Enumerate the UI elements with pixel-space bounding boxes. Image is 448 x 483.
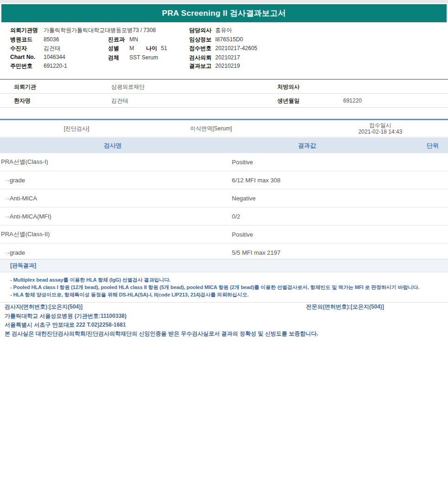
column-header-test-name: 검사명 xyxy=(104,142,122,150)
section-panel: 이식면역[Serum] xyxy=(190,125,232,132)
referrer-value: 삼광의료재단 xyxy=(111,83,145,90)
test-name: PRA선별(Class-II) xyxy=(1,230,50,238)
field-doctor: 담당의사 홍유아 xyxy=(189,26,232,34)
field-org: 의뢰기관명 가톨릭학원가톨릭대학교대병동모병73 / 7308 xyxy=(10,26,156,34)
interpretation-note: - Pooled HLA class I 항원 (12개 bead), pool… xyxy=(10,284,419,291)
field-report-date: 결과보고 20210219 xyxy=(189,62,240,70)
prescriber-label: 처방의사 xyxy=(277,83,300,90)
field-accession-no: 접수번호 20210217-42605 xyxy=(189,45,257,52)
field-department-label: 진료과 xyxy=(108,36,129,44)
field-clinical-info-label: 임상정보 xyxy=(189,36,215,44)
report-title-bar: PRA Screening II 검사결과보고서 xyxy=(1,4,447,22)
field-patient-label: 수진자 xyxy=(10,45,44,52)
receipt-datetime-value: 2021-02-18 14:43 xyxy=(358,129,403,135)
field-hospital-code-value: 85036 xyxy=(44,36,59,43)
examiner-license: 검사자(면허번호):[오은지(504)] xyxy=(5,303,83,311)
field-report-date-label: 결과보고 xyxy=(189,62,215,70)
column-header-unit: 단위 xyxy=(427,142,439,150)
test-result: 0/2 xyxy=(232,213,240,220)
test-name: ··grade xyxy=(6,249,25,256)
field-chart-no: Chart No. 1046344 xyxy=(10,54,65,60)
test-name: PRA선별(Class-I) xyxy=(1,158,48,166)
table-row: 환자명 김건태 생년월일 691220 xyxy=(0,94,448,108)
test-result: Positive xyxy=(232,231,253,238)
lab-report-page: PRA Screening II 검사결과보고서 의뢰기관명 가톨릭학원가톨릭대… xyxy=(0,0,448,483)
field-resident-no-value: 691220-1 xyxy=(44,63,67,69)
receipt-datetime-label: 접수일시 xyxy=(358,122,403,129)
field-doctor-value: 홍유아 xyxy=(215,26,232,34)
table-row: ··Anti-MICA(MFI) 0/2 xyxy=(0,207,448,225)
table-row: ··grade 6/12 MFI max 308 xyxy=(0,171,448,189)
field-request-date-value: 20210217 xyxy=(215,54,240,61)
field-doctor-label: 담당의사 xyxy=(189,26,215,34)
field-patient-value: 김건태 xyxy=(44,45,60,52)
test-result: Positive xyxy=(232,159,253,166)
field-department: 진료과 MN xyxy=(108,36,138,44)
interpretation-header-bar: [판독결과] xyxy=(0,259,448,272)
certification-statement: 본 검사실은 대한진단검사의학회/진단검사의학재단의 신임인증을 받은 우수검사… xyxy=(5,330,318,338)
field-accession-no-value: 20210217-42605 xyxy=(215,45,257,52)
results-header-row: 검사명 결과값 단위 xyxy=(0,138,448,153)
top-strip xyxy=(0,0,448,3)
institution-address: 서울특별시 서초구 반포대로 222 T.02)2258-1681 xyxy=(5,321,126,329)
field-hospital-code: 병원코드 85036 xyxy=(10,36,59,44)
interpretation-notes: - Multiplex bead assay를 이용한 HLA 항체 (IgG)… xyxy=(0,273,448,303)
field-sex-age: 성별 M 나이 51 xyxy=(108,45,167,52)
table-row: PRA선별(Class-I) Positive xyxy=(0,153,448,171)
specialist-license: 전문의(면허번호):[오은지(504)] xyxy=(306,303,384,311)
patient-name-value: 김건태 xyxy=(111,97,128,104)
test-name: ··grade xyxy=(6,177,25,184)
report-footer: 검사자(면허번호):[오은지(504)] 전문의(면허번호):[오은지(504)… xyxy=(0,303,448,340)
field-specimen: 검체 SST Serum xyxy=(108,54,158,62)
table-row: 의뢰기관 삼광의료재단 처방의사 xyxy=(0,80,448,94)
institution-name: 가톨릭대학교 서울성모병원 (기관번호:11100338) xyxy=(5,312,127,320)
field-org-value: 가톨릭학원가톨릭대학교대병동모병73 / 7308 xyxy=(44,26,156,34)
test-name: ··Anti-MICA(MFI) xyxy=(6,213,51,220)
page-title: PRA Screening II 검사결과보고서 xyxy=(162,8,286,19)
results-table: PRA선별(Class-I) Positive ··grade 6/12 MFI… xyxy=(0,153,448,262)
birthdate-value: 691220 xyxy=(343,97,362,104)
test-result: Negative xyxy=(232,195,256,202)
field-specimen-label: 검체 xyxy=(108,54,129,62)
field-request-date: 검사의뢰 20210217 xyxy=(189,54,240,62)
table-row: PRA선별(Class-II) Positive xyxy=(0,225,448,244)
field-report-date-value: 20210219 xyxy=(215,63,240,69)
field-hospital-code-label: 병원코드 xyxy=(10,36,44,44)
patient-name-label: 환자명 xyxy=(14,97,31,104)
receipt-datetime-block: 접수일시 2021-02-18 14:43 xyxy=(358,122,403,135)
field-chart-no-label: Chart No. xyxy=(10,54,44,60)
field-resident-no: 주민번호 691220-1 xyxy=(10,62,67,70)
field-department-value: MN xyxy=(129,36,138,43)
field-request-date-label: 검사의뢰 xyxy=(189,54,215,62)
section-band: [진단검사] 이식면역[Serum] 접수일시 2021-02-18 14:43 xyxy=(0,119,448,137)
interpretation-note: - Multiplex bead assay를 이용한 HLA 항체 (IgG)… xyxy=(10,277,171,283)
test-name: ··Anti-MICA xyxy=(6,195,37,202)
test-result: 5/5 MFI max 2197 xyxy=(232,249,281,256)
field-accession-no-label: 접수번호 xyxy=(189,45,215,52)
field-age-value: 51 xyxy=(161,45,167,52)
section-category: [진단검사] xyxy=(64,125,90,132)
field-sex-value: M xyxy=(129,45,134,52)
referrer-label: 의뢰기관 xyxy=(14,83,36,90)
field-age-label: 나이 xyxy=(146,45,157,52)
birthdate-label: 생년월일 xyxy=(277,97,300,104)
field-sex-label: 성별 xyxy=(108,45,129,52)
field-specimen-value: SST Serum xyxy=(129,54,158,61)
table-row: ··Anti-MICA Negative xyxy=(0,189,448,207)
field-chart-no-value: 1046344 xyxy=(44,54,65,60)
field-clinical-info-value: I876S15D0 xyxy=(215,36,243,43)
interpretation-note: - HLA 항체 양성이므로, 항체특이성 동정을 위해 DS-HLA(SA)-… xyxy=(10,291,249,298)
test-result: 6/12 MFI max 308 xyxy=(232,177,281,184)
field-patient: 수진자 김건태 xyxy=(10,45,60,52)
column-header-result-value: 결과값 xyxy=(298,142,316,150)
field-org-label: 의뢰기관명 xyxy=(10,26,44,34)
interpretation-heading: [판독결과] xyxy=(10,262,36,270)
field-resident-no-label: 주민번호 xyxy=(10,62,44,70)
field-clinical-info: 임상정보 I876S15D0 xyxy=(189,36,243,44)
patient-info-table: 의뢰기관 삼광의료재단 처방의사 환자명 김건태 생년월일 691220 xyxy=(0,79,448,108)
